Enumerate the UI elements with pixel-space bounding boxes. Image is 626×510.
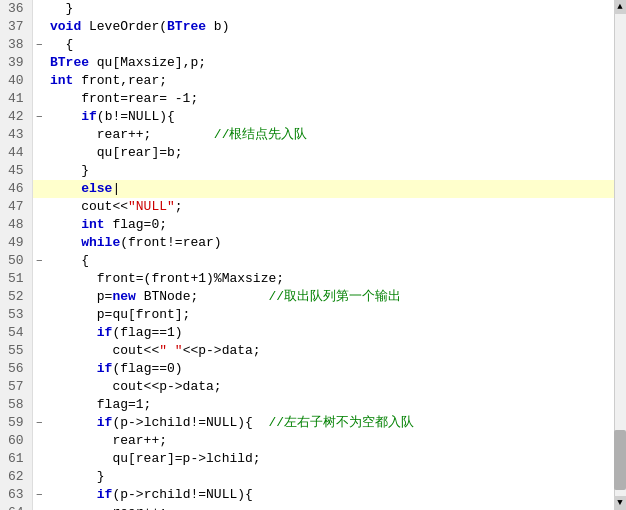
code-line: p=qu[front];: [46, 306, 626, 324]
fold-icon[interactable]: −: [32, 252, 46, 270]
line-number: 59: [0, 414, 32, 432]
code-line: qu[rear]=b;: [46, 144, 626, 162]
fold-icon: [32, 0, 46, 18]
line-number: 47: [0, 198, 32, 216]
table-row: 47 cout<<"NULL";: [0, 198, 626, 216]
line-number: 50: [0, 252, 32, 270]
code-line: rear++;: [46, 432, 626, 450]
code-line: cout<<"NULL";: [46, 198, 626, 216]
fold-icon: [32, 162, 46, 180]
fold-icon: [32, 360, 46, 378]
code-line: cout<<" "<<p->data;: [46, 342, 626, 360]
line-number: 44: [0, 144, 32, 162]
table-row: 55 cout<<" "<<p->data;: [0, 342, 626, 360]
table-row: 49 while(front!=rear): [0, 234, 626, 252]
code-line: p=new BTNode; //取出队列第一个输出: [46, 288, 626, 306]
code-line: }: [46, 162, 626, 180]
table-row: 54 if(flag==1): [0, 324, 626, 342]
line-number: 41: [0, 90, 32, 108]
fold-icon: [32, 54, 46, 72]
code-line: }: [46, 468, 626, 486]
code-editor: 36 }37 void LeveOrder(BTree b)38− {39 BT…: [0, 0, 626, 510]
table-row: 39 BTree qu[Maxsize],p;: [0, 54, 626, 72]
table-row: 48 int flag=0;: [0, 216, 626, 234]
code-table: 36 }37 void LeveOrder(BTree b)38− {39 BT…: [0, 0, 626, 510]
fold-icon: [32, 270, 46, 288]
line-number: 53: [0, 306, 32, 324]
fold-icon[interactable]: −: [32, 108, 46, 126]
fold-icon: [32, 342, 46, 360]
fold-icon: [32, 144, 46, 162]
fold-icon[interactable]: −: [32, 36, 46, 54]
fold-icon[interactable]: −: [32, 414, 46, 432]
table-row: 40 int front,rear;: [0, 72, 626, 90]
code-line: int front,rear;: [46, 72, 626, 90]
table-row: 60 rear++;: [0, 432, 626, 450]
fold-icon[interactable]: −: [32, 486, 46, 504]
line-number: 62: [0, 468, 32, 486]
line-number: 40: [0, 72, 32, 90]
line-number: 55: [0, 342, 32, 360]
fold-icon: [32, 378, 46, 396]
code-line: void LeveOrder(BTree b): [46, 18, 626, 36]
code-line: flag=1;: [46, 396, 626, 414]
table-row: 46 else|: [0, 180, 626, 198]
line-number: 38: [0, 36, 32, 54]
code-line: }: [46, 0, 626, 18]
line-number: 48: [0, 216, 32, 234]
code-line: BTree qu[Maxsize],p;: [46, 54, 626, 72]
fold-icon: [32, 72, 46, 90]
fold-icon: [32, 126, 46, 144]
line-number: 64: [0, 504, 32, 510]
fold-icon: [32, 18, 46, 36]
fold-icon: [32, 504, 46, 510]
line-number: 39: [0, 54, 32, 72]
table-row: 63− if(p->rchild!=NULL){: [0, 486, 626, 504]
code-line: cout<<p->data;: [46, 378, 626, 396]
code-line: if(p->rchild!=NULL){: [46, 486, 626, 504]
table-row: 50− {: [0, 252, 626, 270]
table-row: 53 p=qu[front];: [0, 306, 626, 324]
table-row: 59− if(p->lchild!=NULL){ //左右子树不为空都入队: [0, 414, 626, 432]
code-line: {: [46, 36, 626, 54]
fold-icon: [32, 180, 46, 198]
table-row: 36 }: [0, 0, 626, 18]
line-number: 56: [0, 360, 32, 378]
table-row: 41 front=rear= -1;: [0, 90, 626, 108]
line-number: 46: [0, 180, 32, 198]
line-number: 63: [0, 486, 32, 504]
vertical-scrollbar[interactable]: ▲ ▼: [614, 0, 626, 510]
line-number: 36: [0, 0, 32, 18]
table-row: 62 }: [0, 468, 626, 486]
fold-icon: [32, 198, 46, 216]
fold-icon: [32, 450, 46, 468]
code-line: rear++;: [46, 504, 626, 510]
table-row: 52 p=new BTNode; //取出队列第一个输出: [0, 288, 626, 306]
table-row: 58 flag=1;: [0, 396, 626, 414]
code-line: if(b!=NULL){: [46, 108, 626, 126]
table-row: 64 rear++;: [0, 504, 626, 510]
code-line: rear++; //根结点先入队: [46, 126, 626, 144]
table-row: 38− {: [0, 36, 626, 54]
line-number: 54: [0, 324, 32, 342]
scroll-thumb[interactable]: [614, 430, 626, 490]
code-line: if(flag==0): [46, 360, 626, 378]
table-row: 51 front=(front+1)%Maxsize;: [0, 270, 626, 288]
scroll-up-arrow[interactable]: ▲: [614, 0, 626, 14]
code-line: qu[rear]=p->lchild;: [46, 450, 626, 468]
scroll-down-arrow[interactable]: ▼: [614, 496, 626, 510]
line-number: 57: [0, 378, 32, 396]
line-number: 52: [0, 288, 32, 306]
table-row: 43 rear++; //根结点先入队: [0, 126, 626, 144]
line-number: 49: [0, 234, 32, 252]
table-row: 37 void LeveOrder(BTree b): [0, 18, 626, 36]
table-row: 61 qu[rear]=p->lchild;: [0, 450, 626, 468]
fold-icon: [32, 234, 46, 252]
fold-icon: [32, 324, 46, 342]
line-number: 37: [0, 18, 32, 36]
table-row: 56 if(flag==0): [0, 360, 626, 378]
fold-icon: [32, 90, 46, 108]
table-row: 57 cout<<p->data;: [0, 378, 626, 396]
line-number: 58: [0, 396, 32, 414]
fold-icon: [32, 396, 46, 414]
